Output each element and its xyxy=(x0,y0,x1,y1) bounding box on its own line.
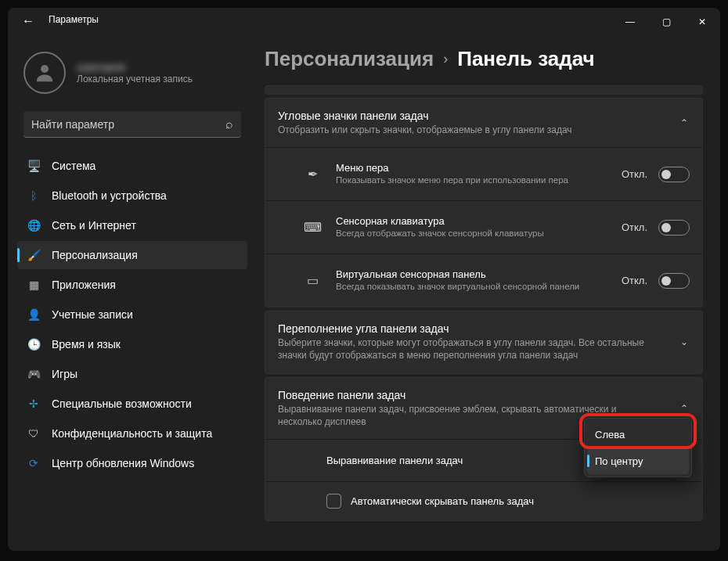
row-icon: ⌨ xyxy=(301,220,323,235)
behavior-title: Поведение панели задач xyxy=(278,389,663,401)
nav-icon: ⟳ xyxy=(27,456,41,470)
nav-icon: 🎮 xyxy=(27,367,41,381)
breadcrumb: Персонализация › Панель задач xyxy=(265,36,715,85)
nav-icon: 🛡 xyxy=(27,426,41,441)
sidebar-item-1[interactable]: ᛒBluetooth и устройства xyxy=(17,182,247,210)
nav-label: Время и язык xyxy=(52,338,121,351)
content-scroll[interactable]: Угловые значки панели задач Отобразить и… xyxy=(265,85,715,551)
main-panel: Персонализация › Панель задач Угловые зн… xyxy=(250,36,720,551)
sidebar-item-4[interactable]: ▦Приложения xyxy=(17,271,247,299)
row-title: Виртуальная сенсорная панель xyxy=(336,268,614,280)
back-button[interactable]: ← xyxy=(22,14,34,28)
chevron-right-icon: › xyxy=(443,51,448,67)
sidebar-item-0[interactable]: 🖥️Система xyxy=(17,152,247,180)
search-icon: ⌕ xyxy=(225,117,233,131)
search-box[interactable]: ⌕ xyxy=(23,111,241,138)
maximize-button[interactable]: ▢ xyxy=(648,8,684,36)
toggle-row-2: ▭Виртуальная сенсорная панельВсегда пока… xyxy=(265,254,702,307)
row-icon: ✒ xyxy=(301,167,323,182)
sidebar-item-6[interactable]: 🕒Время и язык xyxy=(17,330,247,358)
nav-icon: 🖥️ xyxy=(27,159,41,173)
settings-window: ← Параметры ― ▢ ✕ username Локальная уче… xyxy=(8,8,720,551)
sidebar-item-3[interactable]: 🖌️Персонализация xyxy=(17,241,247,269)
avatar xyxy=(23,52,66,94)
row-title: Сенсорная клавиатура xyxy=(336,215,614,227)
person-icon xyxy=(33,61,56,85)
autohide-label: Автоматически скрывать панель задач xyxy=(351,495,534,507)
overflow-card[interactable]: Переполнение угла панели задач Выберите … xyxy=(265,311,703,373)
chevron-down-icon: ⌄ xyxy=(680,336,688,347)
nav-icon: 👤 xyxy=(27,307,41,322)
toggle-row-0: ✒Меню пераПоказывать значок меню пера пр… xyxy=(265,147,702,200)
search-input[interactable] xyxy=(31,118,225,131)
user-block[interactable]: username Локальная учетная запись xyxy=(17,44,247,108)
minimize-button[interactable]: ― xyxy=(612,8,648,36)
option-left[interactable]: Слева xyxy=(587,421,689,448)
option-left-label: Слева xyxy=(595,429,625,441)
close-button[interactable]: ✕ xyxy=(684,8,720,36)
nav: 🖥️СистемаᛒBluetooth и устройства🌐Сеть и … xyxy=(17,152,247,477)
row-sub: Всегда показывать значок виртуальной сен… xyxy=(336,281,614,293)
autohide-row[interactable]: Автоматически скрывать панель задач xyxy=(265,481,702,520)
toggle-switch[interactable] xyxy=(658,273,690,289)
toggle-switch[interactable] xyxy=(658,220,690,236)
svg-point-0 xyxy=(41,65,49,73)
nav-label: Учетные записи xyxy=(52,308,133,321)
row-sub: Всегда отображать значок сенсорной клави… xyxy=(336,228,614,239)
nav-icon: ᛒ xyxy=(27,189,41,203)
option-center-label: По центру xyxy=(595,455,643,467)
corner-icons-header[interactable]: Угловые значки панели задач Отобразить и… xyxy=(265,99,702,147)
toggle-switch[interactable] xyxy=(658,167,690,182)
collapsed-card[interactable] xyxy=(265,85,703,95)
user-sub: Локальная учетная запись xyxy=(77,74,193,85)
alignment-label: Выравнивание панели задач xyxy=(326,455,463,466)
nav-icon: 🖌️ xyxy=(27,248,41,262)
breadcrumb-current: Панель задач xyxy=(457,47,595,71)
toggle-state: Откл. xyxy=(622,221,647,233)
overflow-title: Переполнение угла панели задач xyxy=(278,322,663,335)
sidebar-item-7[interactable]: 🎮Игры xyxy=(17,360,247,388)
row-sub: Показывать значок меню пера при использо… xyxy=(336,174,614,186)
nav-label: Система xyxy=(52,160,96,172)
corner-icons-card: Угловые значки панели задач Отобразить и… xyxy=(265,98,703,307)
row-icon: ▭ xyxy=(301,273,323,288)
toggle-state: Откл. xyxy=(622,275,647,286)
row-title: Меню пера xyxy=(336,162,614,174)
nav-label: Bluetooth и устройства xyxy=(52,189,167,202)
nav-label: Игры xyxy=(52,368,77,380)
autohide-checkbox[interactable] xyxy=(326,494,341,509)
breadcrumb-parent[interactable]: Персонализация xyxy=(265,47,434,71)
corner-icons-title: Угловые значки панели задач xyxy=(278,110,663,122)
chevron-up-icon: ⌃ xyxy=(680,403,688,414)
sidebar-item-2[interactable]: 🌐Сеть и Интернет xyxy=(17,211,247,239)
nav-icon: 🕒 xyxy=(27,337,41,351)
sidebar-item-8[interactable]: ✢Специальные возможности xyxy=(17,390,247,418)
titlebar: ← Параметры ― ▢ ✕ xyxy=(8,8,720,36)
option-center[interactable]: По центру xyxy=(587,448,689,474)
chevron-up-icon: ⌃ xyxy=(680,117,688,128)
alignment-popup: Слева По центру xyxy=(584,418,692,477)
toggle-state: Откл. xyxy=(622,168,647,180)
nav-label: Сеть и Интернет xyxy=(52,219,136,232)
nav-icon: 🌐 xyxy=(27,218,41,232)
sidebar-item-9[interactable]: 🛡Конфиденциальность и защита xyxy=(17,419,247,448)
nav-label: Персонализация xyxy=(52,249,138,261)
window-title: Параметры xyxy=(49,14,99,25)
overflow-subtitle: Выберите значки, которые могут отображат… xyxy=(278,336,663,361)
nav-label: Приложения xyxy=(52,279,116,291)
corner-icons-subtitle: Отобразить или скрыть значки, отображаем… xyxy=(278,124,663,136)
nav-label: Специальные возможности xyxy=(52,397,192,410)
sidebar-item-5[interactable]: 👤Учетные записи xyxy=(17,300,247,329)
user-name: username xyxy=(77,61,193,74)
nav-label: Конфиденциальность и защита xyxy=(52,427,212,440)
toggle-row-1: ⌨Сенсорная клавиатураВсегда отображать з… xyxy=(265,200,702,254)
nav-icon: ▦ xyxy=(27,278,41,292)
nav-icon: ✢ xyxy=(27,397,41,411)
sidebar-item-10[interactable]: ⟳Центр обновления Windows xyxy=(17,449,247,477)
sidebar: username Локальная учетная запись ⌕ 🖥️Си… xyxy=(8,36,250,551)
nav-label: Центр обновления Windows xyxy=(52,457,194,469)
